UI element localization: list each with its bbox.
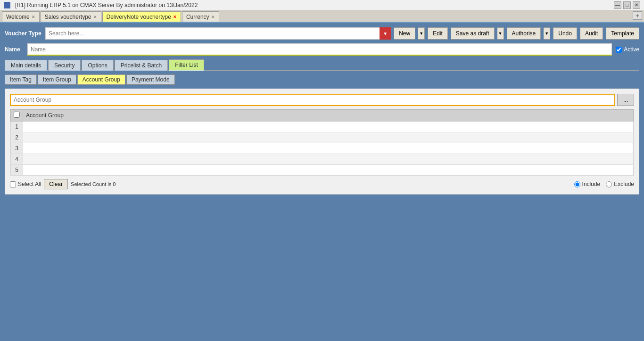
tab-welcome-close[interactable]: ✕ (32, 15, 35, 19)
select-all-label: Select All (18, 181, 41, 187)
tab-currency-close[interactable]: ✕ (211, 15, 215, 19)
tab-deliverynote-vouchertype[interactable]: DeliveryNote vouchertype ✕ (102, 11, 181, 22)
title-bar: [R1] Running ERP 5.1 on CMAX Server By a… (0, 0, 644, 10)
active-checkbox[interactable] (616, 47, 622, 53)
authorise-dropdown-arrow[interactable]: ▼ (544, 27, 550, 40)
window-controls: — □ ✕ (614, 1, 640, 9)
select-all-checkbox[interactable] (10, 181, 16, 187)
row-num-1: 1 (11, 122, 23, 132)
tab-currency[interactable]: Currency ✕ (182, 11, 219, 22)
name-label: Name (5, 46, 24, 53)
active-label: Active (624, 46, 639, 53)
table-header-account-group: Account Group (23, 110, 634, 122)
account-group-table-scroll[interactable]: Account Group 1 2 3 (10, 109, 634, 176)
app-icon (4, 2, 10, 8)
template-button[interactable]: Template (606, 27, 639, 40)
header-checkbox[interactable] (14, 112, 20, 118)
row-value-5 (23, 165, 634, 176)
tab-currency-label: Currency (186, 14, 209, 20)
row-num-2: 2 (11, 132, 23, 143)
bottom-bar: Select All Clear Selected Count is 0 Inc… (10, 179, 634, 189)
row-value-3 (23, 143, 634, 154)
authorise-button[interactable]: Authorise (507, 27, 541, 40)
search-dropdown-button[interactable]: ▼ (380, 27, 391, 40)
tab-deliverynote-label: DeliveryNote vouchertype (107, 14, 171, 20)
save-draft-dropdown-arrow[interactable]: ▼ (497, 27, 504, 40)
exclude-radio-wrap: Exclude (606, 181, 634, 187)
maximize-button[interactable]: □ (623, 1, 631, 9)
account-group-table: Account Group 1 2 3 (10, 109, 634, 176)
table-row: 5 (11, 165, 634, 176)
table-row: 4 (11, 154, 634, 165)
tab-welcome[interactable]: Welcome ✕ (2, 11, 40, 22)
include-label: Include (582, 181, 601, 187)
toolbar-row: Voucher Type ▼ New ▼ Edit Save as draft … (5, 27, 639, 40)
voucher-type-search-input[interactable] (45, 27, 391, 40)
new-button[interactable]: New (394, 27, 415, 40)
include-radio-wrap: Include (574, 181, 601, 187)
bottom-right: Include Exclude (574, 181, 634, 187)
tab-sales-close[interactable]: ✕ (93, 15, 97, 19)
table-header-checkbox (11, 110, 23, 122)
audit-button[interactable]: Audit (580, 27, 603, 40)
form-tabs-row: Main details Security Options Pricelist … (5, 59, 639, 71)
undo-button[interactable]: Undo (553, 27, 577, 40)
tab-security[interactable]: Security (48, 60, 81, 71)
new-dropdown-arrow[interactable]: ▼ (418, 27, 425, 40)
main-content: Voucher Type ▼ New ▼ Edit Save as draft … (0, 23, 644, 199)
title-text: [R1] Running ERP 5.1 on CMAX Server By a… (15, 2, 198, 8)
sub-tabs-row: Item Tag Item Group Account Group Paymen… (5, 74, 639, 85)
panel-search-row: ... (10, 94, 634, 106)
panel-dots-button[interactable]: ... (617, 94, 634, 106)
voucher-type-label: Voucher Type (5, 30, 42, 37)
bottom-left: Select All Clear Selected Count is 0 (10, 179, 116, 189)
account-group-search-input[interactable] (10, 94, 615, 106)
row-num-5: 5 (11, 165, 23, 176)
exclude-radio[interactable] (606, 181, 612, 187)
tab-filter-list[interactable]: Filter List (169, 59, 204, 71)
select-all-wrap: Select All (10, 181, 41, 187)
table-body: 1 2 3 4 5 (11, 122, 634, 176)
row-num-4: 4 (11, 154, 23, 165)
row-value-4 (23, 154, 634, 165)
table-header: Account Group (11, 110, 634, 122)
row-num-3: 3 (11, 143, 23, 154)
tab-welcome-label: Welcome (6, 14, 30, 20)
active-checkbox-wrap: Active (616, 46, 639, 53)
tab-deliverynote-close[interactable]: ✕ (173, 15, 177, 19)
table-row: 3 (11, 143, 634, 154)
tab-main-details[interactable]: Main details (5, 60, 47, 71)
tab-pricelist-batch[interactable]: Pricelist & Batch (115, 60, 168, 71)
exclude-label: Exclude (614, 181, 634, 187)
clear-button[interactable]: Clear (44, 179, 68, 189)
name-input[interactable] (27, 43, 612, 56)
sub-tab-account-group[interactable]: Account Group (77, 74, 125, 85)
search-wrapper: ▼ (45, 27, 391, 40)
row-value-2 (23, 132, 634, 143)
minimize-button[interactable]: — (614, 1, 621, 9)
tab-sales-vouchertype[interactable]: Sales vouchertype ✕ (41, 11, 101, 22)
sub-tab-item-tag[interactable]: Item Tag (5, 74, 37, 85)
row-value-1 (23, 122, 634, 132)
selected-count-label: Selected Count is 0 (71, 181, 116, 187)
save-as-draft-button[interactable]: Save as draft (451, 27, 495, 40)
tab-add-button[interactable]: + (633, 11, 642, 20)
tab-options[interactable]: Options (82, 60, 113, 71)
table-row: 2 (11, 132, 634, 143)
close-button[interactable]: ✕ (633, 1, 640, 9)
tab-sales-label: Sales vouchertype (45, 14, 91, 20)
table-row: 1 (11, 122, 634, 132)
name-row: Name Active (5, 43, 639, 56)
edit-button[interactable]: Edit (428, 27, 448, 40)
tab-bar: Welcome ✕ Sales vouchertype ✕ DeliveryNo… (0, 10, 644, 23)
account-group-panel: ... Account Group 1 (5, 89, 639, 195)
sub-tab-item-group[interactable]: Item Group (38, 74, 76, 85)
include-radio[interactable] (574, 181, 580, 187)
sub-tab-payment-mode[interactable]: Payment Mode (126, 74, 175, 85)
